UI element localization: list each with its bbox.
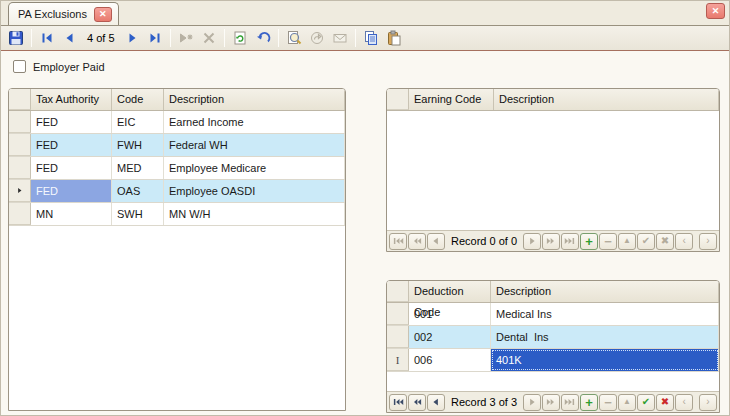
prev-record-button[interactable] [59,27,81,49]
nav-insert-button[interactable]: + [580,394,598,411]
cell-code[interactable]: FWH [112,134,164,156]
nav-post-button[interactable]: ✔ [637,233,655,250]
column-header-code[interactable]: Code [112,89,164,110]
row-header[interactable] [9,134,31,156]
go-button[interactable] [306,27,328,49]
cell-tax-authority[interactable]: FED [31,157,112,179]
nav-next-button[interactable] [523,394,541,411]
row-header[interactable] [9,180,31,202]
save-button[interactable] [5,27,27,49]
nav-cancel-button[interactable]: ✖ [656,394,674,411]
current-row-indicator-icon [15,186,24,195]
edit-indicator-icon: I [396,354,400,366]
cell-deduction-code[interactable]: 006 [409,349,491,371]
cell-description[interactable]: Medical Ins [491,303,719,325]
row-header[interactable] [9,203,31,225]
column-header-description[interactable]: Description [491,281,719,302]
earning-grid-empty-body[interactable] [387,111,719,230]
nav-fast-next-icon [545,396,557,408]
paste-icon [386,30,402,46]
column-header-earning-code[interactable]: Earning Code [409,89,494,110]
cell-tax-authority-focused[interactable]: FED [31,180,112,202]
column-header-description[interactable]: Description [494,89,719,110]
nav-edit-button[interactable]: ▲ [618,233,636,250]
scroll-left-button[interactable]: ‹ [675,233,693,250]
cell-description[interactable]: MN W/H [164,203,345,225]
nav-edit-button[interactable]: ▲ [618,394,636,411]
nav-record-text: Record 0 of 0 [451,235,517,247]
undo-button[interactable] [252,27,274,49]
cell-description[interactable]: Dental Ins [491,326,719,348]
nav-last-button[interactable] [561,394,579,411]
nav-cancel-button[interactable]: ✖ [656,233,674,250]
nav-insert-button[interactable]: + [580,233,598,250]
print-preview-button[interactable] [283,27,305,49]
tab-strip: PA Exclusions ✕ ✕ [0,0,730,25]
cell-tax-authority[interactable]: MN [31,203,112,225]
row-header[interactable] [9,157,31,179]
nav-prev-button[interactable] [427,233,445,250]
cell-code[interactable]: MED [112,157,164,179]
cell-description[interactable]: Earned Income [164,111,345,133]
cell-description[interactable]: Employee OASDI [164,180,345,202]
insert-record-button[interactable] [175,27,197,49]
nav-fast-next-button[interactable] [542,233,560,250]
grid-corner [387,89,409,110]
cell-tax-authority[interactable]: FED [31,111,112,133]
nav-fast-prev-button[interactable] [408,233,426,250]
employer-paid-row: Employer Paid [13,60,105,73]
scroll-right-button[interactable]: › [699,394,717,411]
cell-tax-authority[interactable]: FED [31,134,112,156]
nav-next-icon [526,235,538,247]
nav-next-button[interactable] [523,233,541,250]
nav-first-button[interactable] [389,233,407,250]
nav-prev-icon [430,396,442,408]
employer-paid-label: Employer Paid [33,61,105,73]
first-record-button[interactable] [36,27,58,49]
tab-close-icon[interactable]: ✕ [94,7,112,22]
nav-prev-icon [430,235,442,247]
nav-delete-button[interactable]: − [599,233,617,250]
nav-fast-next-button[interactable] [542,394,560,411]
row-header[interactable] [387,326,409,348]
cell-deduction-code[interactable]: 001 [409,303,491,325]
row-header[interactable] [387,303,409,325]
tab-pa-exclusions[interactable]: PA Exclusions ✕ [8,2,119,25]
nav-delete-button[interactable]: − [599,394,617,411]
column-header-description[interactable]: Description [164,89,345,110]
grid-header: Tax Authority Code Description [9,89,345,111]
nav-post-button[interactable]: ✔ [637,394,655,411]
scroll-right-button[interactable]: › [699,233,717,250]
cell-description[interactable]: Federal WH [164,134,345,156]
row-header[interactable] [9,111,31,133]
cell-code[interactable]: SWH [112,203,164,225]
delete-record-button[interactable] [198,27,220,49]
earning-record-navigator: Record 0 of 0 + − ▲ ✔ ✖ ‹ › [387,230,719,251]
print-preview-icon [286,30,302,46]
toolbar-separator [278,29,279,47]
nav-first-button[interactable] [389,394,407,411]
paste-button[interactable] [383,27,405,49]
email-button[interactable] [329,27,351,49]
record-position: 4 of 5 [87,32,115,44]
nav-last-button[interactable] [561,233,579,250]
grid-header: Earning Code Description [387,89,719,111]
column-header-tax-authority[interactable]: Tax Authority [31,89,112,110]
column-header-deduction-code[interactable]: Deduction Code [409,281,491,302]
employer-paid-checkbox[interactable] [13,60,26,73]
cell-description[interactable]: Employee Medicare [164,157,345,179]
last-record-button[interactable] [144,27,166,49]
window-close-icon[interactable]: ✕ [706,3,725,19]
row-header[interactable]: I [387,349,409,371]
cell-code[interactable]: OAS [112,180,164,202]
copy-button[interactable] [360,27,382,49]
nav-prev-button[interactable] [427,394,445,411]
cell-code[interactable]: EIC [112,111,164,133]
cell-description-selected[interactable]: 401K [491,349,719,371]
scroll-left-button[interactable]: ‹ [675,394,693,411]
next-record-button[interactable] [121,27,143,49]
nav-fast-prev-button[interactable] [408,394,426,411]
refresh-button[interactable] [229,27,251,49]
cell-deduction-code[interactable]: 002 [409,326,491,348]
insert-record-icon [178,30,194,46]
